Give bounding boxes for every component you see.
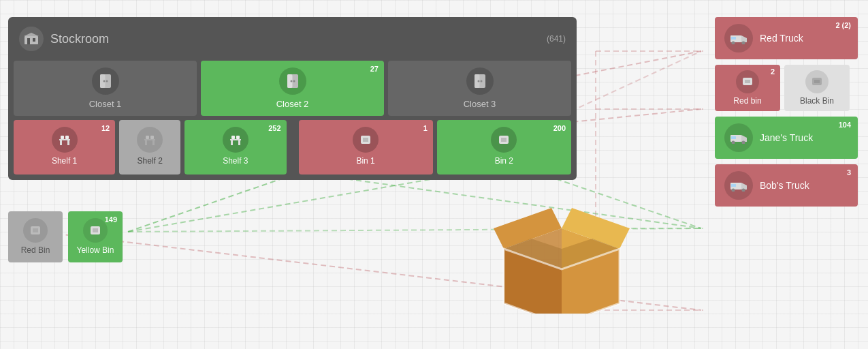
svg-rect-49 bbox=[501, 138, 507, 142]
closet-3[interactable]: Closet 3 bbox=[388, 61, 571, 116]
closet-3-icon bbox=[466, 67, 494, 95]
red-bin-truck-label: Red bin bbox=[733, 96, 761, 106]
spacer bbox=[291, 120, 295, 174]
bin-1-badge: 1 bbox=[423, 124, 428, 132]
bobs-truck-badge: 3 bbox=[847, 168, 851, 177]
red-truck-badge: 2 (2) bbox=[835, 21, 851, 29]
box-illustration bbox=[490, 194, 633, 316]
shelf-2[interactable]: Shelf 2 bbox=[119, 120, 180, 174]
svg-rect-42 bbox=[231, 140, 233, 145]
svg-line-1 bbox=[128, 177, 443, 232]
shelf-1-badge: 12 bbox=[101, 124, 110, 132]
shelf-3-icon bbox=[223, 127, 248, 153]
closet-2-badge: 27 bbox=[370, 65, 379, 73]
closet-icon bbox=[92, 67, 119, 95]
svg-rect-81 bbox=[731, 184, 736, 187]
svg-marker-78 bbox=[741, 183, 747, 189]
floor-red-bin-icon bbox=[23, 218, 48, 243]
bin-1[interactable]: 1 Bin 1 bbox=[299, 120, 433, 174]
svg-rect-53 bbox=[93, 228, 98, 232]
svg-line-0 bbox=[128, 177, 286, 232]
red-bin-truck-badge: 2 bbox=[771, 67, 775, 76]
shelf-1[interactable]: 12 Shelf 1 bbox=[14, 120, 115, 174]
yellow-bin-icon bbox=[83, 218, 108, 243]
truck-panel: 2 (2) Red Truck 2 Red bin bbox=[715, 17, 858, 207]
svg-rect-15 bbox=[25, 36, 38, 44]
closet-1-label: Closet 1 bbox=[89, 99, 122, 109]
bobs-truck-icon bbox=[724, 171, 753, 200]
red-bin-truck[interactable]: 2 Red bin bbox=[715, 65, 780, 111]
bobs-truck[interactable]: 3 Bob's Truck bbox=[715, 164, 858, 207]
bin-2-badge: 200 bbox=[553, 124, 566, 132]
black-bin-truck-icon bbox=[805, 70, 829, 93]
shelf-2-label: Shelf 2 bbox=[138, 156, 163, 166]
truck-bins-row: 2 Red bin Black Bin bbox=[715, 65, 858, 111]
stockroom-count: (641) bbox=[547, 34, 566, 44]
svg-rect-40 bbox=[150, 136, 154, 139]
bin-1-label: Bin 1 bbox=[356, 156, 374, 166]
janes-truck-label: Jane's Truck bbox=[760, 132, 813, 143]
svg-rect-37 bbox=[145, 140, 147, 145]
svg-marker-18 bbox=[24, 33, 39, 36]
janes-truck-icon bbox=[724, 123, 753, 152]
floor-bins: Red Bin 149 Yellow Bin bbox=[8, 211, 123, 262]
floor-red-bin[interactable]: Red Bin bbox=[8, 211, 63, 262]
svg-rect-41 bbox=[230, 139, 241, 140]
bin-1-icon bbox=[353, 127, 379, 153]
closet-2[interactable]: 27 Closet 2 bbox=[201, 61, 384, 116]
svg-point-30 bbox=[480, 80, 482, 82]
svg-rect-44 bbox=[231, 136, 235, 139]
svg-rect-43 bbox=[238, 140, 240, 145]
janes-truck[interactable]: 104 Jane's Truck bbox=[715, 117, 858, 159]
black-bin-truck[interactable]: Black Bin bbox=[784, 65, 850, 111]
svg-rect-32 bbox=[60, 140, 62, 145]
svg-rect-45 bbox=[236, 136, 240, 139]
svg-rect-69 bbox=[745, 80, 750, 83]
svg-rect-36 bbox=[144, 139, 155, 140]
svg-rect-34 bbox=[61, 136, 64, 139]
svg-point-25 bbox=[290, 80, 292, 82]
shelf-3-label: Shelf 3 bbox=[223, 156, 248, 166]
bottom-row: 12 Shelf 1 bbox=[14, 120, 571, 174]
svg-rect-47 bbox=[363, 138, 368, 142]
red-bin-truck-icon bbox=[736, 70, 759, 93]
bin-2-label: Bin 2 bbox=[495, 156, 513, 166]
svg-rect-38 bbox=[152, 140, 155, 145]
svg-rect-35 bbox=[65, 136, 69, 139]
svg-rect-51 bbox=[33, 228, 38, 232]
svg-rect-76 bbox=[731, 136, 736, 139]
bin-2[interactable]: 200 Bin 2 bbox=[437, 120, 571, 174]
svg-point-22 bbox=[106, 80, 108, 82]
bin-section: 1 Bin 1 200 Bin 2 bbox=[299, 120, 572, 174]
stockroom-title: Stockroom bbox=[50, 32, 109, 46]
shelf-section: 12 Shelf 1 bbox=[14, 120, 287, 174]
closet-1[interactable]: Closet 1 bbox=[14, 61, 197, 116]
janes-truck-badge: 104 bbox=[839, 121, 851, 129]
stockroom-icon bbox=[19, 27, 44, 51]
shelf-3[interactable]: 252 Shelf 3 bbox=[184, 120, 286, 174]
closet-2-icon bbox=[279, 67, 306, 95]
svg-rect-17 bbox=[33, 38, 35, 42]
svg-marker-73 bbox=[741, 135, 747, 142]
black-bin-truck-label: Black Bin bbox=[800, 96, 834, 106]
yellow-bin[interactable]: 149 Yellow Bin bbox=[68, 211, 123, 262]
shelf-1-icon bbox=[52, 127, 78, 153]
svg-rect-31 bbox=[59, 139, 70, 140]
stockroom-container: Stockroom (641) Closet 1 27 bbox=[8, 17, 577, 180]
bin-2-icon bbox=[491, 127, 517, 153]
red-truck-icon bbox=[724, 24, 753, 52]
closet-row: Closet 1 27 Closet 2 bbox=[14, 61, 571, 116]
svg-rect-67 bbox=[731, 37, 736, 40]
red-truck[interactable]: 2 (2) Red Truck bbox=[715, 17, 858, 59]
yellow-bin-badge: 149 bbox=[105, 215, 117, 224]
closet-2-label: Closet 2 bbox=[276, 99, 309, 109]
stockroom-header: Stockroom (641) bbox=[14, 22, 571, 55]
svg-point-26 bbox=[293, 80, 295, 82]
svg-marker-64 bbox=[741, 35, 747, 42]
svg-point-29 bbox=[477, 80, 479, 82]
closet-3-label: Closet 3 bbox=[464, 99, 496, 109]
bobs-truck-label: Bob's Truck bbox=[760, 180, 809, 191]
shelf-3-badge: 252 bbox=[268, 124, 280, 132]
yellow-bin-label: Yellow Bin bbox=[77, 245, 114, 255]
svg-rect-39 bbox=[146, 136, 149, 139]
